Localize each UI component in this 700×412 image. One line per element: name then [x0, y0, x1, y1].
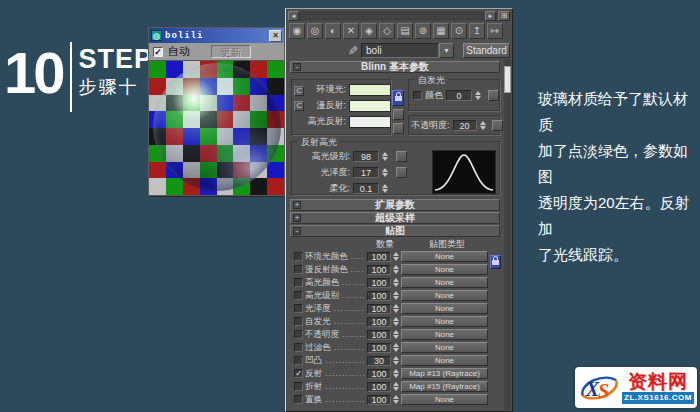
specular-level-map-button[interactable] [396, 151, 407, 162]
close-icon[interactable]: ✕ [269, 30, 282, 42]
pan-icon[interactable]: ⊞ [498, 11, 510, 21]
map-amount-field[interactable]: 100 [367, 278, 391, 288]
map-amount-field[interactable]: 100 [367, 330, 391, 340]
map-amount-field[interactable]: 100 [367, 304, 391, 314]
map-enable-checkbox[interactable] [294, 304, 303, 313]
show-map-in-viewport-icon[interactable]: ▦ [433, 23, 449, 39]
rollout-collapse-icon[interactable]: - [293, 227, 301, 235]
map-enable-checkbox[interactable] [294, 343, 303, 352]
rollout-bar[interactable]: +扩展参数 [290, 199, 500, 211]
rollout-blinn-basic-params[interactable]: - Blinn 基本参数 [290, 61, 500, 73]
opacity-map-button[interactable] [492, 120, 503, 131]
make-material-copy-icon[interactable]: ◈ [361, 23, 377, 39]
map-slot-button[interactable]: Map #13 (Raytrace) [401, 368, 488, 379]
map-amount-spinner[interactable] [393, 356, 399, 365]
specular-map-shortcut-button[interactable] [393, 123, 404, 134]
map-amount-field[interactable]: 30 [367, 356, 391, 366]
panel-scrollbar[interactable] [504, 59, 511, 410]
map-slot-button[interactable]: None [401, 251, 488, 262]
show-end-result-icon[interactable]: ⊙ [451, 23, 467, 39]
material-name-field[interactable]: boli [361, 43, 439, 58]
map-slot-button[interactable]: None [401, 290, 488, 301]
map-slot-button[interactable]: None [401, 316, 488, 327]
rollout-collapse-icon[interactable]: + [293, 214, 301, 222]
map-slot-button[interactable]: None [401, 264, 488, 275]
selfillum-color-checkbox[interactable] [413, 91, 422, 100]
sample-slots-scrollbar[interactable]: ◄ ► ⊞ [288, 11, 510, 21]
rollout-bar[interactable]: -贴图 [290, 225, 500, 237]
panel-scrollbar-thumb[interactable] [504, 66, 511, 93]
assign-material-to-selection-icon[interactable]: ◐ [325, 23, 341, 39]
map-amount-spinner[interactable] [393, 278, 399, 287]
specular-color-swatch[interactable] [349, 116, 391, 128]
map-enable-checkbox[interactable] [294, 395, 303, 404]
map-slot-button[interactable]: None [401, 355, 488, 366]
put-material-to-scene-icon[interactable]: ◎ [307, 23, 323, 39]
map-amount-spinner[interactable] [393, 252, 399, 261]
map-enable-checkbox[interactable] [294, 382, 303, 391]
selfillum-value-field[interactable]: 0 [446, 90, 472, 101]
ambient-diffuse-lock-toggle[interactable]: ⊂ [294, 86, 304, 96]
rollout-collapse-icon[interactable]: + [293, 201, 301, 209]
maps-ambient-diffuse-lock-icon[interactable] [490, 255, 501, 269]
opacity-spinner[interactable] [480, 121, 486, 130]
soften-field[interactable]: 0.1 [353, 183, 379, 194]
map-amount-spinner[interactable] [393, 265, 399, 274]
map-enable-checkbox[interactable] [294, 356, 303, 365]
map-amount-spinner[interactable] [393, 343, 399, 352]
map-amount-field[interactable]: 100 [367, 317, 391, 327]
rollout-collapse-icon[interactable]: - [293, 63, 301, 71]
map-amount-field[interactable]: 100 [367, 265, 391, 275]
make-unique-icon[interactable]: ◇ [379, 23, 395, 39]
selfillum-map-button[interactable] [488, 90, 499, 101]
map-amount-field[interactable]: 100 [367, 291, 391, 301]
glossiness-field[interactable]: 17 [353, 167, 379, 178]
diffuse-color-swatch[interactable] [349, 100, 391, 112]
opacity-value-field[interactable]: 20 [453, 120, 477, 131]
map-amount-spinner[interactable] [393, 291, 399, 300]
soften-spinner[interactable] [382, 184, 388, 193]
map-enable-checkbox[interactable] [294, 265, 303, 274]
glossiness-map-button[interactable] [396, 167, 407, 178]
specular-level-spinner[interactable] [382, 152, 388, 161]
map-enable-checkbox[interactable]: ✓ [294, 369, 303, 378]
chevron-down-icon[interactable]: ▼ [439, 43, 454, 58]
material-name-combo[interactable]: boli ▼ [361, 43, 454, 58]
update-button[interactable]: 更新 [211, 45, 251, 58]
diffuse-specular-lock-toggle[interactable]: ⊂ [294, 101, 304, 111]
go-to-parent-icon[interactable]: ↥ [469, 23, 485, 39]
map-enable-checkbox[interactable] [294, 252, 303, 261]
auto-checkbox[interactable]: ✓ [153, 47, 163, 57]
map-slot-button[interactable]: Map #15 (Raytrace) [401, 381, 488, 392]
map-enable-checkbox[interactable] [294, 330, 303, 339]
map-slot-button[interactable]: None [401, 277, 488, 288]
map-enable-checkbox[interactable] [294, 317, 303, 326]
map-amount-spinner[interactable] [393, 382, 399, 391]
map-enable-checkbox[interactable] [294, 291, 303, 300]
map-slot-button[interactable]: None [401, 329, 488, 340]
map-amount-field[interactable]: 100 [367, 343, 391, 353]
map-amount-field[interactable]: 100 [367, 395, 391, 405]
diffuse-map-shortcut-button[interactable] [393, 109, 404, 120]
ambient-diffuse-lock-icon[interactable] [392, 90, 404, 106]
map-amount-spinner[interactable] [393, 369, 399, 378]
map-amount-field[interactable]: 100 [367, 369, 391, 379]
map-amount-spinner[interactable] [393, 304, 399, 313]
material-id-channel-icon[interactable]: ⊚ [415, 23, 431, 39]
put-to-library-icon[interactable]: ▤ [397, 23, 413, 39]
specular-level-field[interactable]: 98 [353, 151, 379, 162]
material-type-button[interactable]: Standard [463, 43, 510, 58]
ambient-color-swatch[interactable] [349, 84, 391, 96]
map-slot-button[interactable]: None [401, 342, 488, 353]
map-amount-field[interactable]: 100 [367, 382, 391, 392]
map-enable-checkbox[interactable] [294, 278, 303, 287]
go-forward-to-sibling-icon[interactable]: ↦ [487, 23, 503, 39]
eyedropper-icon[interactable]: ✎ [348, 44, 358, 58]
scroll-left-icon[interactable]: ◄ [288, 11, 299, 21]
glossiness-spinner[interactable] [382, 168, 388, 177]
map-slot-button[interactable]: None [401, 303, 488, 314]
scrollbar-track[interactable] [299, 11, 485, 21]
map-amount-spinner[interactable] [393, 330, 399, 339]
reset-map-icon[interactable]: ✕ [343, 23, 359, 39]
selfillum-spinner[interactable] [475, 91, 481, 100]
